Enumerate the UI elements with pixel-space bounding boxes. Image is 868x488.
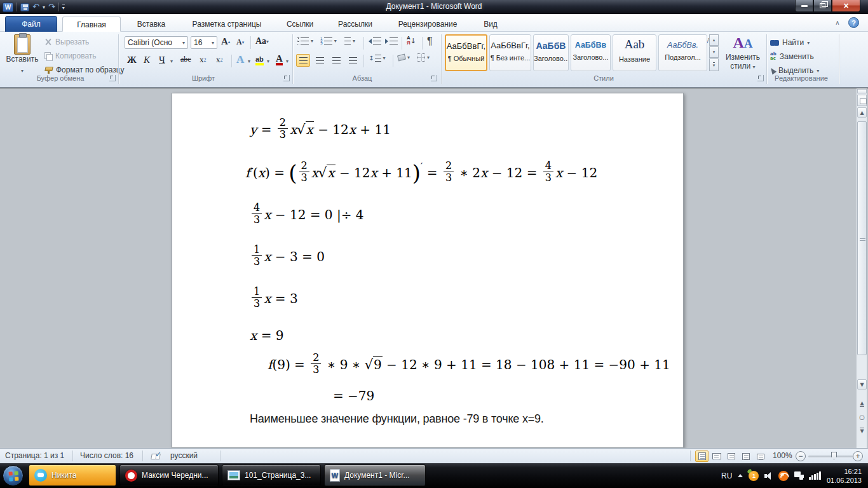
styles-scroll-down[interactable]: ▾ — [709, 46, 719, 58]
help-icon[interactable]: ? — [848, 17, 859, 28]
zoom-out-button[interactable]: − — [796, 451, 806, 461]
multilevel-list-button[interactable]: ▾ — [344, 37, 355, 44]
font-size-combo[interactable]: 16 ▾ — [191, 36, 217, 49]
text-effects-dropdown-icon[interactable]: ▾ — [248, 58, 250, 64]
signal-strength-icon[interactable] — [809, 471, 821, 480]
tab-mailings[interactable]: Рассылки — [328, 17, 383, 32]
split-handle[interactable] — [857, 89, 867, 93]
previous-page-button[interactable]: ▲ — [857, 398, 867, 409]
tab-review[interactable]: Рецензирование — [386, 17, 469, 32]
view-print-layout-button[interactable] — [695, 451, 709, 462]
select-browse-object-button[interactable]: ○ — [857, 412, 867, 423]
align-right-button[interactable] — [329, 54, 343, 67]
bullets-button[interactable]: ▾ — [297, 37, 313, 44]
view-fullscreen-reading-button[interactable] — [710, 451, 723, 462]
show-hidden-icons[interactable] — [738, 474, 743, 477]
increase-indent-button[interactable] — [385, 37, 398, 44]
subscript-button[interactable]: х2 — [200, 55, 207, 65]
minimize-button[interactable] — [795, 0, 813, 12]
taskbar-item-skype[interactable]: Никита — [29, 464, 116, 486]
tab-file[interactable]: Файл — [5, 16, 57, 32]
decrease-indent-button[interactable] — [369, 37, 381, 44]
styles-scroll-up[interactable]: ▴ — [709, 34, 719, 46]
language-indicator[interactable]: русский — [170, 451, 198, 460]
tab-references[interactable]: Ссылки — [276, 17, 324, 32]
sort-button[interactable]: А Я ↓ — [407, 36, 416, 46]
vertical-scrollbar[interactable]: ▲ ▼ ▲ ○ ▼ — [856, 88, 867, 448]
paragraph-dialog-launcher[interactable] — [431, 75, 437, 81]
cut-button[interactable]: Вырезать — [44, 36, 89, 48]
view-draft-button[interactable] — [754, 451, 767, 462]
show-marks-button[interactable]: ¶ — [427, 36, 433, 47]
style-normal[interactable]: АаБбВвГг, ¶ Обычный — [445, 34, 487, 71]
next-page-button[interactable]: ▼ — [857, 426, 867, 437]
styles-dialog-launcher[interactable] — [757, 75, 764, 81]
scrollbar-thumb[interactable] — [857, 121, 867, 355]
superscript-button[interactable]: х2 — [216, 55, 223, 65]
style-heading2[interactable]: АаБбВв Заголово... — [571, 34, 611, 71]
font-dialog-launcher[interactable] — [283, 75, 290, 81]
highlight-button[interactable]: ab — [255, 55, 264, 65]
replace-button[interactable]: abac Заменить — [770, 51, 814, 62]
page-count[interactable]: Страница: 1 из 1 — [5, 451, 64, 460]
tab-view[interactable]: Вид — [473, 17, 508, 32]
tab-page-layout[interactable]: Разметка страницы — [182, 17, 272, 32]
align-justify-button[interactable] — [346, 54, 360, 67]
volume-icon[interactable] — [764, 472, 773, 480]
taskbar-item-word[interactable]: Документ1 - Micr... — [324, 464, 426, 486]
paste-button[interactable]: Вставить ▾ — [4, 34, 41, 74]
collapse-ribbon-icon[interactable]: ∧ — [832, 18, 843, 27]
close-button[interactable]: × — [832, 0, 860, 12]
update-badge-icon[interactable]: 1 — [749, 471, 759, 481]
language-switcher[interactable]: RU — [721, 471, 732, 480]
style-subtitle[interactable]: АаБбВв. Подзагол... — [658, 34, 707, 71]
ruler-toggle-button[interactable] — [857, 95, 867, 106]
restore-button[interactable] — [813, 0, 832, 12]
zoom-level[interactable]: 100% — [773, 451, 792, 460]
zoom-in-button[interactable]: + — [853, 451, 863, 461]
app-tray-icon[interactable] — [778, 471, 789, 481]
underline-dropdown-icon[interactable]: ▾ — [170, 58, 173, 64]
find-button[interactable]: Найти ▾ — [770, 37, 810, 48]
bold-button[interactable]: Ж — [127, 55, 137, 65]
document-page[interactable]: y = 23x√x − 12x + 11 f′(x) = (23x√x − 12… — [172, 93, 684, 448]
taskbar-item-opera[interactable]: Максим Чередни... — [119, 464, 219, 486]
spellcheck-icon[interactable]: ✓ — [151, 452, 162, 460]
paste-dropdown-icon[interactable]: ▾ — [21, 68, 24, 74]
scroll-up-button[interactable]: ▲ — [857, 107, 867, 118]
tab-home[interactable]: Главная — [62, 17, 121, 32]
borders-button[interactable]: ▾ — [417, 53, 430, 62]
word-count[interactable]: Число слов: 16 — [80, 451, 133, 460]
clipboard-dialog-launcher[interactable] — [109, 75, 116, 81]
style-heading1[interactable]: АаБбВ Заголово... — [533, 34, 569, 71]
start-button[interactable] — [3, 465, 24, 486]
shading-button[interactable]: ▾ — [398, 55, 410, 60]
align-center-button[interactable] — [313, 54, 327, 67]
highlight-dropdown-icon[interactable]: ▾ — [267, 58, 269, 64]
font-color-button[interactable]: А — [276, 54, 283, 65]
copy-button[interactable]: Копировать — [44, 50, 97, 62]
font-color-dropdown-icon[interactable]: ▾ — [286, 58, 288, 64]
styles-gallery-more[interactable]: ▾ — [709, 58, 719, 71]
italic-button[interactable]: К — [144, 55, 150, 65]
change-styles-button[interactable]: АА Изменить стили ▾ — [721, 34, 765, 71]
change-case-button[interactable]: Аа ▾ — [255, 36, 269, 46]
font-name-dropdown-icon[interactable]: ▾ — [182, 40, 185, 46]
clock[interactable]: 16:21 01.06.2013 — [827, 467, 862, 485]
view-web-layout-button[interactable] — [724, 451, 738, 462]
shrink-font-button[interactable]: А▾ — [236, 37, 244, 47]
view-outline-button[interactable] — [739, 451, 752, 462]
line-spacing-button[interactable]: ↕ ▾ — [369, 55, 385, 62]
grow-font-button[interactable]: А▴ — [221, 36, 230, 47]
strikethrough-button[interactable]: abc — [180, 55, 191, 64]
scroll-down-button[interactable]: ▼ — [857, 379, 867, 390]
font-name-combo[interactable]: Calibri (Осно ▾ — [125, 36, 188, 49]
network-connection-icon[interactable] — [794, 471, 803, 480]
style-title[interactable]: Aab Название — [613, 34, 656, 71]
zoom-slider-thumb[interactable] — [831, 452, 837, 460]
taskbar-item-photo-viewer[interactable]: 101_Страница_3... — [222, 464, 321, 486]
text-effects-button[interactable]: А — [236, 53, 244, 66]
numbering-button[interactable]: 123 ▾ — [320, 37, 337, 44]
tab-insert[interactable]: Вставка — [125, 17, 178, 32]
font-size-dropdown-icon[interactable]: ▾ — [212, 40, 214, 46]
